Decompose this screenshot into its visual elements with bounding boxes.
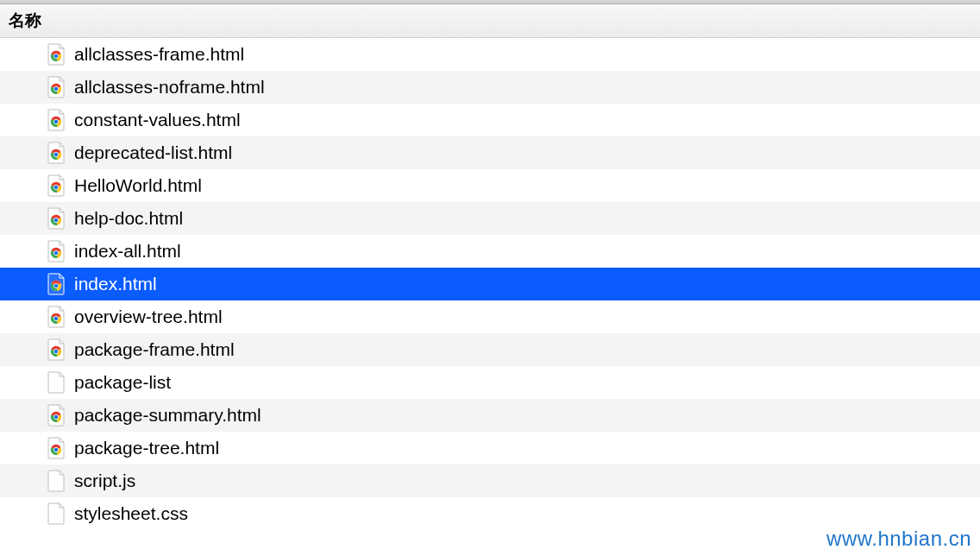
file-name-label: help-doc.html	[74, 208, 183, 229]
file-row[interactable]: package-summary.html	[0, 399, 980, 432]
svg-point-11	[54, 153, 59, 157]
file-name-label: deprecated-list.html	[74, 142, 232, 163]
column-header-label: 名称	[9, 9, 41, 32]
column-header[interactable]: 名称	[0, 4, 980, 38]
generic-file-icon	[47, 502, 66, 525]
file-name-label: index.html	[74, 274, 157, 294]
svg-point-8	[54, 120, 59, 124]
file-name-label: package-list	[74, 372, 171, 393]
file-row[interactable]: stylesheet.css	[0, 497, 980, 530]
file-name-label: allclasses-frame.html	[74, 44, 244, 65]
chrome-html-icon	[47, 404, 66, 426]
file-name-label: package-frame.html	[74, 339, 235, 360]
svg-point-5	[54, 87, 59, 92]
svg-point-29	[54, 350, 59, 354]
svg-point-20	[54, 251, 59, 256]
file-row[interactable]: help-doc.html	[0, 202, 980, 235]
file-name-label: package-tree.html	[74, 438, 219, 458]
chrome-html-icon	[47, 338, 66, 361]
file-row[interactable]: index.html	[0, 268, 980, 300]
svg-point-26	[54, 317, 59, 321]
file-row[interactable]: HelloWorld.html	[0, 169, 980, 202]
chrome-html-icon	[47, 207, 66, 230]
file-row[interactable]: constant-values.html	[0, 104, 980, 136]
chrome-html-icon	[47, 437, 66, 459]
file-name-label: index-all.html	[74, 241, 181, 262]
file-row[interactable]: package-tree.html	[0, 432, 980, 464]
file-row[interactable]: allclasses-noframe.html	[0, 71, 980, 104]
svg-point-2	[54, 54, 59, 59]
file-row[interactable]: package-list	[0, 366, 980, 399]
svg-point-32	[54, 415, 59, 420]
file-name-label: constant-values.html	[74, 110, 241, 130]
file-name-label: package-summary.html	[74, 405, 261, 426]
chrome-html-icon	[47, 240, 66, 262]
svg-point-17	[54, 218, 59, 223]
file-name-label: HelloWorld.html	[74, 175, 202, 196]
file-name-label: script.js	[74, 471, 135, 491]
chrome-html-icon	[47, 76, 66, 98]
watermark-text: www.hnbian.cn	[826, 527, 971, 551]
generic-file-icon	[47, 371, 66, 394]
file-row[interactable]: index-all.html	[0, 235, 980, 268]
svg-point-35	[54, 448, 59, 452]
chrome-html-icon	[47, 306, 66, 328]
file-row[interactable]: package-frame.html	[0, 333, 980, 366]
file-row[interactable]: deprecated-list.html	[0, 136, 980, 169]
file-row[interactable]: allclasses-frame.html	[0, 38, 980, 71]
chrome-html-icon	[47, 273, 66, 295]
file-name-label: allclasses-noframe.html	[74, 77, 265, 98]
file-list: allclasses-frame.html allclasses-noframe…	[0, 38, 980, 530]
generic-file-icon	[47, 470, 66, 492]
chrome-html-icon	[47, 43, 66, 66]
file-row[interactable]: overview-tree.html	[0, 300, 980, 333]
svg-point-23	[54, 284, 59, 288]
file-row[interactable]: script.js	[0, 464, 980, 497]
chrome-html-icon	[47, 142, 66, 164]
chrome-html-icon	[47, 174, 66, 197]
file-name-label: overview-tree.html	[74, 306, 223, 327]
file-name-label: stylesheet.css	[74, 503, 188, 524]
chrome-html-icon	[47, 109, 66, 131]
svg-point-14	[54, 186, 59, 190]
